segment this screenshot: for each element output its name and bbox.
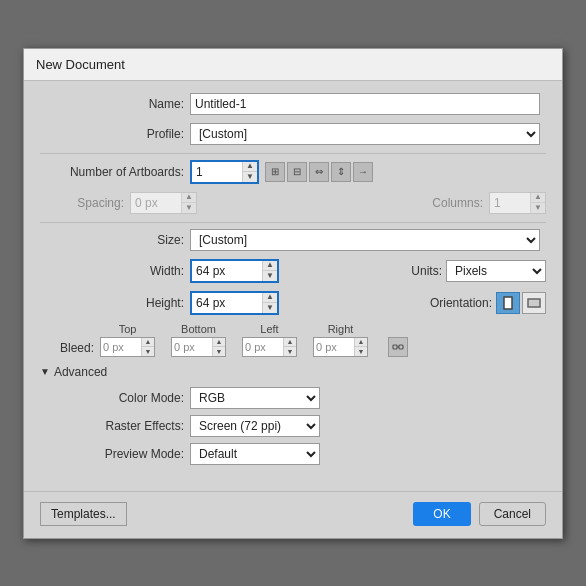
preview-mode-select[interactable]: Default Pixel Overprint xyxy=(190,443,320,465)
advanced-toggle[interactable]: ▼ Advanced xyxy=(40,365,546,379)
raster-row: Raster Effects: Screen (72 ppi) Medium (… xyxy=(40,415,546,437)
columns-label: Columns: xyxy=(432,196,483,210)
bleed-right-label: Right xyxy=(328,323,354,335)
bleed-right-col: Right ▲ ▼ xyxy=(313,323,368,357)
width-down-btn[interactable]: ▼ xyxy=(263,271,277,281)
width-spinner-buttons: ▲ ▼ xyxy=(262,261,277,281)
spacing-spinner-buttons: ▲ ▼ xyxy=(181,193,196,213)
bleed-inputs: Top ▲ ▼ Bottom ▲ ▼ xyxy=(100,323,408,357)
artboard-arrange-v-icon[interactable]: ⇕ xyxy=(331,162,351,182)
artboards-down-btn[interactable]: ▼ xyxy=(243,172,257,182)
spacing-down-btn: ▼ xyxy=(182,203,196,213)
artboards-spinner[interactable]: ▲ ▼ xyxy=(190,160,259,184)
columns-spinner-buttons: ▲ ▼ xyxy=(530,193,545,213)
height-up-btn[interactable]: ▲ xyxy=(263,293,277,303)
width-label: Width: xyxy=(40,264,190,278)
height-input[interactable] xyxy=(192,293,262,313)
spacing-spinner: ▲ ▼ xyxy=(130,192,197,214)
bleed-right-up[interactable]: ▲ xyxy=(355,338,367,347)
height-label: Height: xyxy=(40,296,190,310)
bleed-top-up[interactable]: ▲ xyxy=(142,338,154,347)
bleed-bottom-up[interactable]: ▲ xyxy=(213,338,225,347)
separator-1 xyxy=(40,153,546,154)
new-document-dialog: New Document Name: Profile: [Custom] Num… xyxy=(23,48,563,539)
bleed-top-input[interactable] xyxy=(101,338,141,356)
spacing-up-btn: ▲ xyxy=(182,193,196,203)
bleed-bottom-spinner[interactable]: ▲ ▼ xyxy=(171,337,226,357)
name-row: Name: xyxy=(40,93,546,115)
size-select[interactable]: [Custom] xyxy=(190,229,540,251)
units-label: Units: xyxy=(411,264,442,278)
ok-button[interactable]: OK xyxy=(413,502,470,526)
bleed-row: Bleed: Top ▲ ▼ Bottom xyxy=(40,323,546,357)
bleed-bottom-label: Bottom xyxy=(181,323,216,335)
bleed-left-down[interactable]: ▼ xyxy=(284,347,296,356)
width-input[interactable] xyxy=(192,261,262,281)
bleed-top-spinner[interactable]: ▲ ▼ xyxy=(100,337,155,357)
bleed-right-btns: ▲ ▼ xyxy=(354,338,367,356)
advanced-triangle-icon: ▼ xyxy=(40,366,50,377)
name-label: Name: xyxy=(40,97,190,111)
bleed-left-spinner[interactable]: ▲ ▼ xyxy=(242,337,297,357)
templates-button[interactable]: Templates... xyxy=(40,502,127,526)
bleed-right-spinner[interactable]: ▲ ▼ xyxy=(313,337,368,357)
bleed-top-down[interactable]: ▼ xyxy=(142,347,154,356)
color-mode-select[interactable]: RGB CMYK Grayscale xyxy=(190,387,320,409)
height-spinner[interactable]: ▲ ▼ xyxy=(190,291,279,315)
orientation-label: Orientation: xyxy=(430,296,492,310)
dialog-title-bar: New Document xyxy=(24,49,562,81)
artboards-spinner-buttons: ▲ ▼ xyxy=(242,162,257,182)
cancel-button[interactable]: Cancel xyxy=(479,502,546,526)
raster-select[interactable]: Screen (72 ppi) Medium (150 ppi) High (3… xyxy=(190,415,320,437)
bleed-label: Bleed: xyxy=(40,341,100,357)
bleed-left-input[interactable] xyxy=(243,338,283,356)
bleed-left-label: Left xyxy=(260,323,278,335)
portrait-orientation-btn[interactable] xyxy=(496,292,520,314)
separator-2 xyxy=(40,222,546,223)
svg-rect-1 xyxy=(528,299,540,307)
units-select[interactable]: Pixels Millimeters Centimeters Inches Po… xyxy=(446,260,546,282)
artboards-input[interactable] xyxy=(192,162,242,182)
columns-up-btn: ▲ xyxy=(531,193,545,203)
spacing-columns-row: Spacing: ▲ ▼ Columns: ▲ ▼ xyxy=(40,192,546,214)
artboards-label: Number of Artboards: xyxy=(40,165,190,179)
artboard-grid-icon[interactable]: ⊞ xyxy=(265,162,285,182)
svg-rect-2 xyxy=(393,345,397,349)
svg-rect-3 xyxy=(399,345,403,349)
artboard-next-icon[interactable]: → xyxy=(353,162,373,182)
landscape-orientation-btn[interactable] xyxy=(522,292,546,314)
footer-right-buttons: OK Cancel xyxy=(413,502,546,526)
preview-mode-label: Preview Mode: xyxy=(40,447,190,461)
artboard-icons: ⊞ ⊟ ⇔ ⇕ → xyxy=(265,162,373,182)
columns-down-btn: ▼ xyxy=(531,203,545,213)
bleed-left-up[interactable]: ▲ xyxy=(284,338,296,347)
bleed-bottom-down[interactable]: ▼ xyxy=(213,347,225,356)
artboard-remove-icon[interactable]: ⊟ xyxy=(287,162,307,182)
bleed-left-col: Left ▲ ▼ xyxy=(242,323,297,357)
height-down-btn[interactable]: ▼ xyxy=(263,303,277,313)
artboard-arrange-h-icon[interactable]: ⇔ xyxy=(309,162,329,182)
name-input[interactable] xyxy=(190,93,540,115)
height-orientation-row: Height: ▲ ▼ Orientation: xyxy=(40,291,546,315)
dialog-title: New Document xyxy=(36,57,125,72)
height-spinner-buttons: ▲ ▼ xyxy=(262,293,277,313)
bleed-bottom-col: Bottom ▲ ▼ xyxy=(171,323,226,357)
bleed-right-down[interactable]: ▼ xyxy=(355,347,367,356)
units-section: Units: Pixels Millimeters Centimeters In… xyxy=(411,260,546,282)
profile-select[interactable]: [Custom] xyxy=(190,123,540,145)
preview-mode-row: Preview Mode: Default Pixel Overprint xyxy=(40,443,546,465)
color-mode-label: Color Mode: xyxy=(40,391,190,405)
orientation-section: Orientation: xyxy=(430,292,546,314)
bleed-top-col: Top ▲ ▼ xyxy=(100,323,155,357)
bleed-left-btns: ▲ ▼ xyxy=(283,338,296,356)
dialog-footer: Templates... OK Cancel xyxy=(24,491,562,538)
bleed-bottom-btns: ▲ ▼ xyxy=(212,338,225,356)
width-units-row: Width: ▲ ▼ Units: Pixels Millimeters Cen… xyxy=(40,259,546,283)
bleed-bottom-input[interactable] xyxy=(172,338,212,356)
bleed-link-icon[interactable] xyxy=(388,337,408,357)
width-up-btn[interactable]: ▲ xyxy=(263,261,277,271)
artboards-row: Number of Artboards: ▲ ▼ ⊞ ⊟ ⇔ ⇕ → xyxy=(40,160,546,184)
bleed-right-input[interactable] xyxy=(314,338,354,356)
artboards-up-btn[interactable]: ▲ xyxy=(243,162,257,172)
width-spinner[interactable]: ▲ ▼ xyxy=(190,259,279,283)
